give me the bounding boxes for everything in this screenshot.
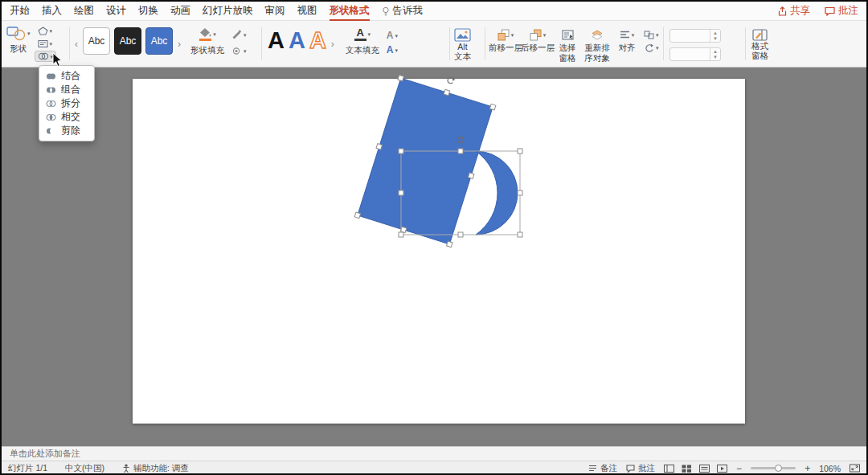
comments-toggle-button[interactable]: 批注 [626,463,655,474]
moon-shape[interactable] [476,151,518,235]
tab-draw[interactable]: 绘图 [74,2,94,21]
format-pane-label-line2: 窗格 [751,51,768,60]
slide-sorter-view-icon[interactable] [682,465,692,473]
zoom-slider[interactable] [751,465,796,472]
height-stepper[interactable]: ▲▼ [710,30,720,42]
text-effects-icon: A [387,44,394,55]
shape-width-field[interactable]: ▲▼ [669,47,721,61]
tab-view[interactable]: 视图 [297,2,317,21]
shape-style-option-3[interactable]: Abc [145,27,173,55]
format-pane-label-line1: 格式 [751,42,768,51]
merge-shapes-icon [38,52,49,60]
text-fill-button[interactable]: A 文本填充 [346,23,379,55]
style-gallery-prev-button[interactable] [74,39,79,50]
wordart-option-3[interactable]: A [309,27,326,54]
resize-handle[interactable] [489,104,496,110]
step-up-icon[interactable]: ▲ [710,48,720,55]
alt-text-button[interactable]: Alt 文本 [454,23,471,61]
reading-view-icon[interactable] [699,465,710,473]
tab-transitions[interactable]: 切换 [138,2,158,21]
text-effects-button[interactable]: A [383,43,401,57]
shapes-icon [6,25,26,41]
shape-height-field[interactable]: ▲▼ [669,29,721,43]
shape-outline-button[interactable] [228,28,250,41]
shape-style-option-1[interactable]: Abc [83,27,110,55]
rotate-objects-button[interactable] [641,42,662,54]
resize-handle[interactable] [458,149,463,154]
resize-handle[interactable] [518,232,522,237]
send-backward-icon [530,29,542,41]
step-down-icon[interactable]: ▼ [710,55,720,61]
step-up-icon[interactable]: ▲ [710,30,720,36]
slide-canvas[interactable] [2,68,866,446]
edit-shape-button[interactable] [35,25,57,37]
share-button[interactable]: 共享 [777,4,810,18]
tab-home[interactable]: 开始 [10,2,30,21]
align-button[interactable]: 对齐 [613,23,641,52]
wordart-gallery-next-button[interactable] [330,39,335,50]
wordart-option-2[interactable]: A [289,27,305,54]
menu-item-intersect[interactable]: 相交 [39,110,94,124]
group-separator [485,27,485,60]
bring-forward-button[interactable]: 前移一层 [489,23,522,52]
width-stepper[interactable]: ▲▼ [710,48,720,60]
resize-handle[interactable] [354,212,361,219]
menu-item-subtract[interactable]: 剪除 [39,124,94,137]
rotated-rectangle-shape[interactable] [358,78,493,244]
resize-handle[interactable] [399,232,403,237]
insert-shape-button[interactable]: 形状 [6,23,31,53]
resize-handle[interactable] [399,190,403,195]
send-backward-button[interactable]: 后移一层 [522,23,554,52]
menu-item-fragment[interactable]: 拆分 [39,96,94,110]
group-objects-button[interactable] [641,29,662,41]
zoom-slider-knob[interactable] [775,465,782,472]
resize-handle[interactable] [398,75,404,81]
resize-handle[interactable] [458,232,463,237]
resize-handle[interactable] [447,241,453,248]
rotation-handle[interactable] [447,76,456,84]
arrange-group: 前移一层 后移一层 选择 窗格 重新排 [489,23,662,65]
zoom-level[interactable]: 106% [819,464,841,473]
resize-handle[interactable] [376,144,383,150]
resize-handle[interactable] [399,149,403,154]
resize-handle[interactable] [468,173,474,179]
tab-shape-format[interactable]: 形状格式 [330,2,370,21]
resize-handle[interactable] [518,149,522,154]
selection-pane-label-line1: 选择 [559,43,576,52]
shape-style-option-2[interactable]: Abc [114,27,141,55]
tab-tell-me[interactable]: 告诉我 [382,2,424,21]
tab-review[interactable]: 审阅 [265,2,285,21]
send-backward-label: 后移一层 [521,43,555,52]
resize-handle[interactable] [444,89,450,96]
notes-toggle-button[interactable]: 备注 [588,463,617,474]
notes-pane[interactable]: 单击此处添加备注 [2,446,866,461]
fit-slide-to-window-icon[interactable] [850,464,860,473]
normal-view-icon[interactable] [664,465,674,473]
tab-design[interactable]: 设计 [106,2,126,21]
wordart-option-1[interactable]: A [268,27,285,54]
zoom-out-button[interactable]: − [736,463,742,474]
slideshow-view-icon[interactable] [717,465,727,473]
zoom-in-button[interactable]: + [805,463,810,474]
text-box-button[interactable] [35,38,57,50]
group-separator [745,27,746,60]
shape-fill-button[interactable]: 形状填充 [190,23,224,55]
chevron-down-icon [27,31,31,36]
language-status[interactable]: 中文(中国) [65,463,104,474]
menu-item-combine[interactable]: 组合 [39,83,94,96]
shape-effects-button[interactable] [228,45,250,57]
resize-handle[interactable] [518,190,522,195]
tab-insert[interactable]: 插入 [42,2,62,21]
menu-item-union[interactable]: 结合 [39,69,94,83]
comments-button[interactable]: 批注 [825,4,858,18]
text-outline-button[interactable]: A [383,28,401,43]
accessibility-status[interactable]: 辅助功能: 调查 [122,463,189,474]
step-down-icon[interactable]: ▼ [710,36,720,43]
tab-slideshow[interactable]: 幻灯片放映 [203,2,253,21]
selection-pane-button[interactable]: 选择 窗格 [554,23,581,63]
reorder-objects-button[interactable]: 重新排 序对象 [581,23,613,63]
style-gallery-next-button[interactable] [177,39,182,50]
tab-animations[interactable]: 动画 [170,2,190,21]
merge-shapes-button[interactable] [35,51,57,62]
format-pane-button[interactable]: 格式 窗格 [751,23,768,60]
